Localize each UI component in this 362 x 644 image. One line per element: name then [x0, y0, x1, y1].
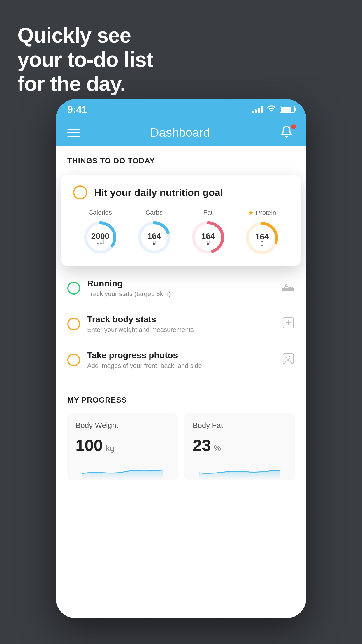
status-bar: 9:41: [56, 99, 306, 120]
body-fat-value: 23: [193, 436, 211, 455]
hamburger-menu[interactable]: [67, 129, 80, 137]
running-shoe-icon: [282, 282, 295, 295]
todo-item-photos[interactable]: Take progress photos Add images of your …: [56, 342, 306, 378]
nav-title: Dashboard: [150, 126, 210, 140]
calories-chart: 2000 cal: [83, 220, 118, 255]
battery-icon: [280, 106, 295, 113]
body-stats-checkbox[interactable]: [67, 318, 80, 330]
spacer: [56, 378, 306, 396]
svg-point-18: [287, 356, 290, 359]
status-time: 9:41: [67, 104, 87, 115]
running-subtitle: Track your stats (target: 5km): [87, 290, 275, 298]
nutrition-calories: Calories 2000 cal: [83, 209, 118, 255]
body-weight-title: Body Weight: [75, 421, 169, 430]
nutrition-circles: Calories 2000 cal Carbs 164 g: [73, 209, 289, 256]
hero-line1: Quickly see: [17, 23, 153, 48]
phone-content: THINGS TO DO TODAY Hit your daily nutrit…: [56, 146, 306, 618]
nutrition-checkbox[interactable]: [73, 186, 87, 200]
fat-label: Fat: [203, 209, 213, 216]
person-photo-icon: [282, 352, 295, 368]
svg-text:cal: cal: [96, 239, 104, 245]
body-weight-value: 100: [75, 436, 103, 455]
running-checkbox[interactable]: [67, 282, 80, 295]
body-fat-title: Body Fat: [193, 421, 287, 430]
body-stats-subtitle: Enter your weight and measurements: [87, 326, 275, 334]
star-icon: ★: [248, 209, 254, 217]
progress-section: MY PROGRESS Body Weight 100 kg: [56, 396, 306, 480]
hero-line3: for the day.: [17, 72, 153, 96]
svg-text:g: g: [152, 239, 156, 245]
hero-text: Quickly see your to-do list for the day.: [17, 23, 153, 96]
photos-checkbox[interactable]: [67, 354, 80, 366]
nutrition-protein: ★ Protein 164 g: [245, 209, 280, 256]
status-icons: [252, 104, 295, 115]
things-section-label: THINGS TO DO TODAY: [56, 146, 306, 171]
fat-chart: 164 g: [191, 220, 226, 255]
notification-bell-button[interactable]: [280, 125, 295, 140]
svg-text:g: g: [260, 239, 263, 246]
signal-bars-icon: [252, 105, 263, 113]
phone-mockup: 9:41 Da: [56, 99, 306, 618]
scale-icon: [282, 316, 295, 332]
notification-dot: [291, 124, 296, 129]
calories-label: Calories: [88, 209, 112, 216]
nutrition-card-title: Hit your daily nutrition goal: [94, 187, 223, 198]
progress-section-label: MY PROGRESS: [67, 396, 295, 405]
protein-chart: 164 g: [245, 220, 280, 256]
body-fat-chart: [193, 462, 287, 479]
photos-title: Take progress photos: [87, 350, 275, 360]
photos-subtitle: Add images of your front, back, and side: [87, 362, 275, 370]
progress-cards: Body Weight 100 kg: [67, 413, 295, 480]
nav-bar: Dashboard: [56, 120, 306, 146]
svg-rect-17: [283, 354, 294, 364]
nutrition-fat: Fat 164 g: [191, 209, 226, 255]
carbs-label: Carbs: [145, 209, 163, 216]
body-weight-card[interactable]: Body Weight 100 kg: [67, 413, 178, 480]
svg-text:g: g: [206, 239, 210, 245]
todo-item-body-stats[interactable]: Track body stats Enter your weight and m…: [56, 306, 306, 342]
carbs-chart: 164 g: [137, 220, 172, 255]
body-fat-unit: %: [214, 444, 221, 453]
body-weight-chart: [75, 462, 169, 479]
protein-label: Protein: [256, 209, 276, 217]
body-stats-title: Track body stats: [87, 314, 275, 324]
nutrition-card: Hit your daily nutrition goal Calories 2…: [61, 175, 301, 266]
wifi-icon: [267, 104, 276, 115]
body-weight-unit: kg: [106, 444, 114, 453]
hero-line2: your to-do list: [17, 48, 153, 72]
body-fat-card[interactable]: Body Fat 23 %: [184, 413, 295, 480]
running-title: Running: [87, 279, 275, 288]
nutrition-carbs: Carbs 164 g: [137, 209, 172, 255]
todo-item-running[interactable]: Running Track your stats (target: 5km): [56, 270, 306, 306]
